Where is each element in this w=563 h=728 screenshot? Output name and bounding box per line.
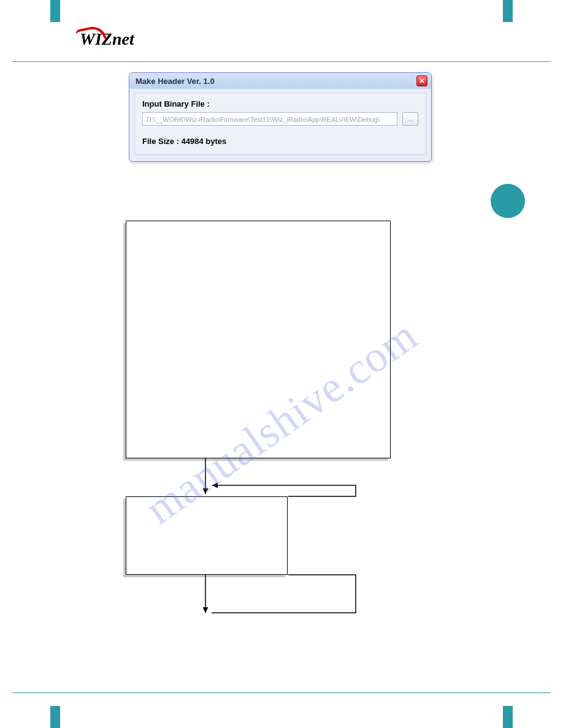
wiznet-logo: WIZnet: [80, 29, 153, 56]
binary-file-input[interactable]: D:\__WORK\Wiz-iRadio\Firmware\Test11\Wiz…: [142, 112, 397, 126]
input-label: Input Binary File :: [142, 99, 418, 108]
decorative-bar: [50, 706, 60, 728]
decorative-bar: [503, 0, 513, 22]
input-row: D:\__WORK\Wiz-iRadio\Firmware\Test11\Wiz…: [142, 112, 418, 126]
browse-button[interactable]: …: [402, 112, 418, 126]
close-icon[interactable]: ✕: [416, 75, 427, 86]
divider: [12, 61, 551, 62]
decorative-bar: [503, 706, 513, 728]
page: WIZnet Make Header Ver. 1.0 ✕ Input Bina…: [0, 0, 563, 728]
file-size-label: File Size : 44984 bytes: [142, 137, 418, 146]
divider: [12, 692, 551, 693]
page-circle-marker: [491, 184, 525, 218]
decorative-bar: [50, 0, 60, 22]
dialog-title: Make Header Ver. 1.0: [136, 77, 215, 86]
make-header-dialog: Make Header Ver. 1.0 ✕ Input Binary File…: [129, 72, 432, 162]
dialog-titlebar[interactable]: Make Header Ver. 1.0 ✕: [129, 73, 431, 89]
dialog-body: Input Binary File : D:\__WORK\Wiz-iRadio…: [134, 93, 426, 155]
